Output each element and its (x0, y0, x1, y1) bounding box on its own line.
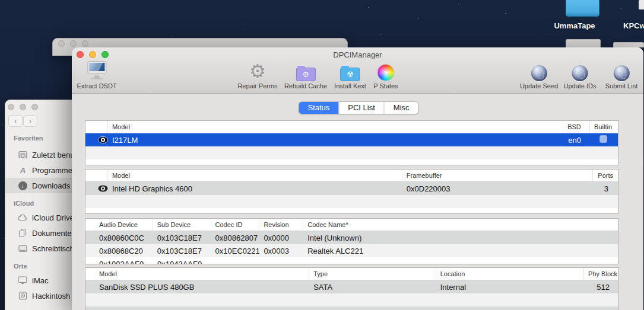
sidebar-item-applications[interactable]: A Programme (5, 162, 72, 178)
cell-bsd: en0 (563, 136, 590, 145)
titlebar-toolbar[interactable]: DPCIManager Extract DSDT ⚙ Repair Perms … (72, 47, 643, 94)
table-row-graphics[interactable]: Intel HD Graphics 4600 0x0D220003 3 (85, 182, 618, 195)
cell-revision: 0x0003 (259, 247, 303, 255)
sidebar-item-hackintosh[interactable]: Hackintosh (5, 288, 72, 303)
table-header: Model Framebuffer Ports (85, 170, 618, 182)
table-row-storage[interactable]: SanDisk SSD PLUS 480GB SATA Internal 512 (85, 280, 618, 293)
toolbar-label: Extract DSDT (77, 82, 116, 90)
cell-ports: 3 (593, 184, 618, 193)
table-header: Audio Device Sub Device Codec ID Revisio… (85, 219, 618, 231)
cell-builtin (590, 135, 618, 145)
table-row-network[interactable]: I217LM en0 (85, 133, 618, 146)
sidebar-item-imac[interactable]: iMac (5, 273, 72, 288)
empty-row[interactable] (85, 293, 618, 306)
builtin-checkbox[interactable] (599, 135, 607, 143)
tab-status[interactable]: Status (299, 102, 338, 114)
inactive-zoom-button[interactable] (82, 40, 88, 47)
table-row-audio[interactable]: 0x80860C0C 0x103C18E7 0x80862807 0x0000 … (85, 231, 618, 244)
empty-row[interactable] (85, 306, 618, 310)
toolbar-label: Install Kext (334, 82, 366, 90)
sidebar-item-label: Downloads (32, 181, 70, 190)
hidden-desktop-icon (613, 42, 644, 47)
toolbar-button-submit-list[interactable]: Submit List (605, 60, 637, 90)
tab-misc[interactable]: Misc (384, 102, 418, 114)
empty-row[interactable] (85, 195, 618, 208)
toolbar-button-install-kext[interactable]: ☢ Install Kext (334, 60, 366, 90)
inactive-minimize-button[interactable] (70, 40, 77, 47)
empty-row[interactable] (85, 146, 618, 159)
ummatape-desktop-icon[interactable] (566, 0, 599, 17)
eye-toggle[interactable] (85, 136, 108, 143)
sidebar-section-orte: Orte (5, 263, 27, 270)
col-sub-device[interactable]: Sub Device (153, 219, 211, 231)
cell-audio-device: 0x80860C0C (85, 234, 153, 242)
col-builtin[interactable]: Builtin (590, 121, 618, 133)
desktop-folder-icon (18, 244, 27, 253)
toolbar-button-repair-perms[interactable]: ⚙ Repair Perms (237, 60, 277, 90)
col-codec-id[interactable]: Codec ID (211, 219, 260, 231)
cell-model: Intel HD Graphics 4600 (108, 184, 402, 193)
col-codec-name[interactable]: Codec Name* (303, 219, 618, 231)
col-ports[interactable]: Ports (593, 170, 618, 181)
graphics-table: Model Framebuffer Ports Intel HD Graphic… (85, 169, 618, 214)
finder-window: ‹ › Favoriten Zuletzt benu A Programme ↓… (5, 100, 72, 310)
col-location[interactable]: Location (436, 268, 584, 280)
cell-codec-id: 0x80862807 (211, 234, 260, 242)
kpc-desktop-icon[interactable] (639, 0, 644, 9)
forward-button[interactable]: › (23, 115, 37, 127)
col-model[interactable]: Model (108, 121, 563, 133)
sidebar-item-desktop[interactable]: Schreibtisch (5, 241, 72, 256)
tab-bar: Status PCI List Misc (298, 101, 418, 114)
sidebar-item-label: Zuletzt benu (32, 151, 72, 159)
finder-close-button[interactable] (8, 104, 14, 110)
col-model[interactable]: Model (108, 170, 402, 181)
toolbar-button-p-states[interactable]: P States (373, 60, 398, 90)
cache-folder-icon: ⚙ (296, 68, 316, 81)
toolbar-button-rebuild-cache[interactable]: ⚙ Rebuild Cache (284, 60, 327, 90)
cell-sub-device: 0x103C18E7 (153, 247, 211, 255)
eye-icon (98, 136, 108, 143)
table-header: Model Type Location Phy Block (85, 268, 618, 280)
kpc-icon-label[interactable]: KPCw (623, 21, 644, 30)
kext-folder-icon: ☢ (341, 68, 360, 81)
tab-pci-list[interactable]: PCI List (338, 102, 384, 114)
eye-icon (98, 185, 108, 192)
col-type[interactable]: Type (309, 268, 436, 280)
toolbar-button-extract-dsdt[interactable]: Extract DSDT (77, 60, 116, 90)
finder-minimize-button[interactable] (20, 104, 26, 110)
recents-icon (18, 150, 27, 159)
cell-model: I217LM (108, 136, 563, 145)
sidebar-item-downloads[interactable]: ↓ Downloads (5, 178, 72, 193)
col-audio-device[interactable]: Audio Device (85, 219, 153, 231)
cloud-icon (18, 213, 27, 222)
empty-row[interactable] (85, 208, 618, 214)
applications-icon: A (18, 165, 27, 175)
col-bsd[interactable]: BSD (563, 121, 590, 133)
col-phy-block[interactable]: Phy Block (584, 268, 618, 280)
cell-codec-name: Realtek ALC221 (303, 247, 618, 255)
audio-table: Audio Device Sub Device Codec ID Revisio… (85, 218, 618, 264)
sidebar-item-icloud-drive[interactable]: iCloud Drive (5, 210, 72, 225)
col-model[interactable]: Model (85, 268, 309, 280)
ummatape-icon-label[interactable]: UmmaTape (546, 21, 603, 30)
sidebar-item-documents[interactable]: Dokumente (5, 225, 72, 241)
cell-framebuffer: 0x0D220003 (402, 184, 593, 193)
globe-icon (531, 65, 547, 81)
col-framebuffer[interactable]: Framebuffer (402, 170, 593, 181)
display-icon (18, 276, 27, 285)
sidebar-item-recents[interactable]: Zuletzt benu (5, 147, 72, 162)
toolbar-button-update-seed[interactable]: Update Seed (520, 60, 558, 90)
toolbar-button-update-ids[interactable]: Update IDs (563, 60, 596, 90)
globe-icon (613, 65, 629, 81)
storage-table: Model Type Location Phy Block SanDisk SS… (85, 267, 618, 310)
empty-row[interactable] (85, 159, 618, 165)
cell-audio-device: 0x1002AAF0 (85, 260, 153, 265)
back-button[interactable]: ‹ (8, 115, 23, 127)
eye-toggle[interactable] (85, 185, 108, 192)
col-revision[interactable]: Revision (259, 219, 303, 231)
sidebar-section-favoriten: Favoriten (5, 135, 43, 142)
inactive-close-button[interactable] (58, 40, 65, 47)
table-row-audio[interactable]: 0x80868C20 0x103C18E7 0x10EC0221 0x0003 … (85, 244, 618, 257)
table-row-audio[interactable]: 0x1002AAF0 0x1043AAF0 (85, 257, 618, 264)
finder-zoom-button[interactable] (31, 104, 38, 110)
